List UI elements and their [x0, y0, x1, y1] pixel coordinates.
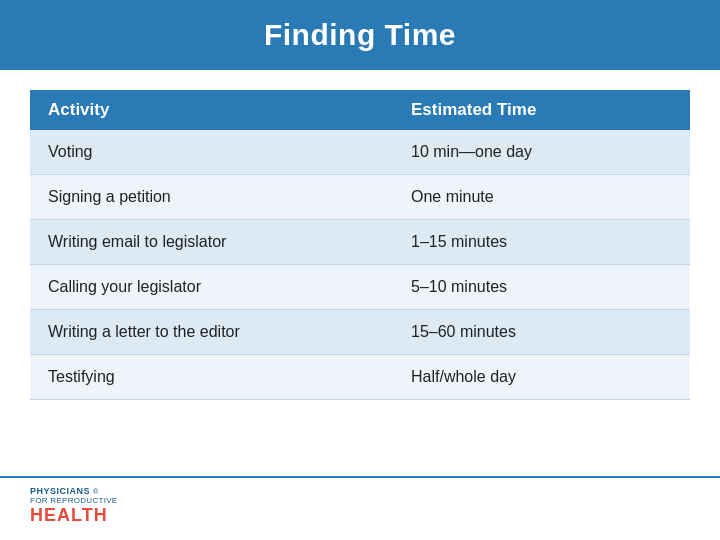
table-row: Signing a petitionOne minute [30, 175, 690, 220]
cell-time: 10 min—one day [393, 130, 690, 175]
table-wrapper: Activity Estimated Time Voting10 min—one… [0, 70, 720, 476]
table-row: TestifyingHalf/whole day [30, 355, 690, 400]
cell-time: 1–15 minutes [393, 220, 690, 265]
table-header-row: Activity Estimated Time [30, 90, 690, 130]
cell-activity: Testifying [30, 355, 393, 400]
cell-activity: Signing a petition [30, 175, 393, 220]
logo-subtitle-text: FOR REPRODUCTIVE [30, 496, 117, 505]
cell-time: 5–10 minutes [393, 265, 690, 310]
footer: PHYSICIANS ® FOR REPRODUCTIVE HEALTH [0, 476, 720, 540]
cell-time: 15–60 minutes [393, 310, 690, 355]
cell-activity: Voting [30, 130, 393, 175]
table-row: Voting10 min—one day [30, 130, 690, 175]
logo-physicians-text: PHYSICIANS [30, 486, 90, 496]
cell-activity: Writing email to legislator [30, 220, 393, 265]
column-header-activity: Activity [30, 90, 393, 130]
cell-time: One minute [393, 175, 690, 220]
logo-registered-symbol: ® [93, 488, 98, 495]
cell-activity: Writing a letter to the editor [30, 310, 393, 355]
table-row: Writing email to legislator1–15 minutes [30, 220, 690, 265]
logo: PHYSICIANS ® FOR REPRODUCTIVE HEALTH [30, 486, 117, 526]
cell-activity: Calling your legislator [30, 265, 393, 310]
logo-health-text: HEALTH [30, 505, 108, 526]
column-header-time: Estimated Time [393, 90, 690, 130]
table-row: Writing a letter to the editor15–60 minu… [30, 310, 690, 355]
logo-top: PHYSICIANS ® [30, 486, 98, 496]
cell-time: Half/whole day [393, 355, 690, 400]
header: Finding Time [0, 0, 720, 70]
table-row: Calling your legislator5–10 minutes [30, 265, 690, 310]
page-title: Finding Time [30, 18, 690, 52]
page-container: Finding Time Activity Estimated Time Vot… [0, 0, 720, 540]
activity-table: Activity Estimated Time Voting10 min—one… [30, 90, 690, 400]
